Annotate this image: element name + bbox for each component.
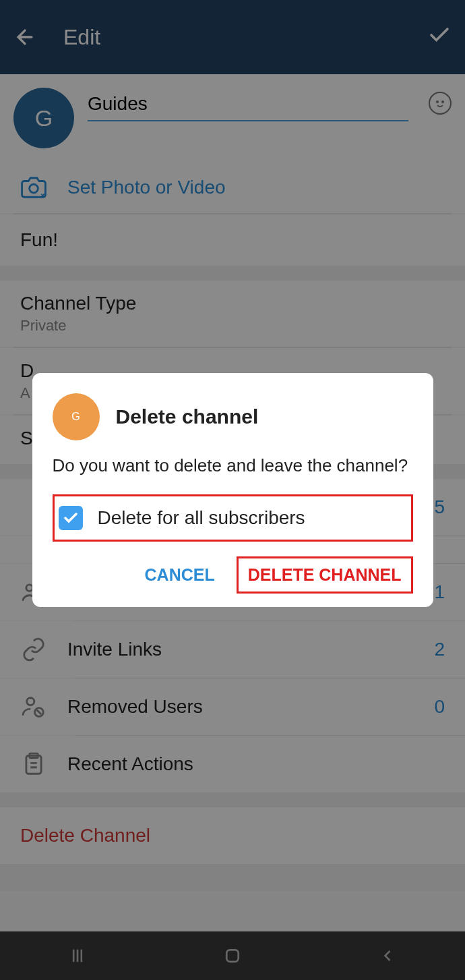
checkbox-checked-icon[interactable] <box>59 506 83 530</box>
dialog-title: Delete channel <box>116 405 259 428</box>
dialog-avatar: G <box>53 393 100 440</box>
delete-for-all-checkbox-row[interactable]: Delete for all subscribers <box>53 494 413 542</box>
delete-channel-button[interactable]: DELETE CHANNEL <box>237 556 413 594</box>
delete-channel-dialog: G Delete channel Do you want to delete a… <box>32 373 433 606</box>
dialog-message: Do you want to delete and leave the chan… <box>53 454 413 478</box>
cancel-button[interactable]: CANCEL <box>133 558 227 592</box>
modal-overlay[interactable]: G Delete channel Do you want to delete a… <box>0 0 465 980</box>
checkbox-label: Delete for all subscribers <box>98 507 305 529</box>
